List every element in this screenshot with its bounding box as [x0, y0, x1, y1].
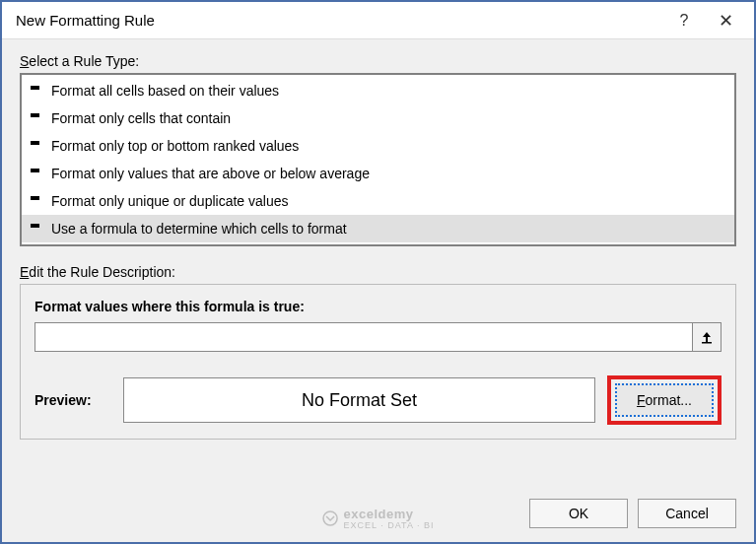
rule-type-icon — [30, 222, 43, 236]
svg-marker-4 — [31, 196, 39, 200]
rule-type-item[interactable]: Format only unique or duplicate values — [22, 187, 734, 215]
preview-label: Preview: — [34, 392, 111, 408]
rule-type-icon — [30, 111, 43, 125]
rule-type-icon — [30, 84, 43, 98]
collapse-icon — [700, 330, 714, 344]
close-button[interactable]: ✕ — [705, 2, 746, 39]
select-rule-type-label: Select a Rule Type: — [20, 53, 736, 69]
svg-marker-1 — [31, 113, 39, 117]
edit-rule-description-label: Edit the Rule Description: — [20, 264, 736, 280]
svg-point-7 — [323, 511, 337, 525]
svg-marker-0 — [31, 86, 39, 90]
preview-row: Preview: No Format Set Format... — [34, 375, 722, 425]
cancel-button[interactable]: Cancel — [638, 499, 736, 528]
rule-description-panel: Format values where this formula is true… — [20, 284, 736, 440]
watermark-name: exceldemy — [344, 507, 414, 521]
format-button[interactable]: Format... — [615, 383, 714, 417]
rule-type-text: Use a formula to determine which cells t… — [51, 218, 347, 239]
svg-rect-6 — [702, 342, 712, 344]
rule-type-item[interactable]: Format all cells based on their values — [22, 77, 734, 104]
svg-marker-3 — [31, 169, 39, 172]
format-button-highlight: Format... — [607, 375, 722, 425]
dialog-title: New Formatting Rule — [16, 12, 663, 29]
formula-input[interactable] — [34, 322, 692, 352]
ok-button[interactable]: OK — [529, 499, 628, 528]
svg-marker-2 — [31, 141, 39, 145]
rule-type-item[interactable]: Use a formula to determine which cells t… — [22, 215, 734, 242]
rule-type-item[interactable]: Format only top or bottom ranked values — [22, 132, 734, 160]
rule-type-text: Format only cells that contain — [51, 107, 231, 129]
formula-label: Format values where this formula is true… — [34, 299, 722, 314]
collapse-dialog-button[interactable] — [692, 322, 722, 352]
rule-type-text: Format only top or bottom ranked values — [51, 135, 299, 157]
rule-type-list[interactable]: Format all cells based on their values F… — [20, 73, 736, 246]
preview-box: No Format Set — [123, 377, 595, 423]
help-button[interactable]: ? — [663, 2, 705, 39]
dialog-body: Select a Rule Type: Format all cells bas… — [2, 39, 754, 489]
rule-type-icon — [30, 139, 43, 153]
watermark-sub: EXCEL · DATA · BI — [344, 521, 435, 530]
new-formatting-rule-dialog: New Formatting Rule ? ✕ Select a Rule Ty… — [0, 0, 756, 544]
rule-type-text: Format only values that are above or bel… — [51, 163, 370, 184]
watermark-icon — [322, 510, 338, 526]
formula-row — [34, 322, 722, 352]
titlebar: New Formatting Rule ? ✕ — [2, 2, 754, 39]
svg-marker-5 — [31, 224, 39, 228]
rule-type-text: Format all cells based on their values — [51, 80, 279, 102]
rule-type-icon — [30, 194, 43, 208]
dialog-footer: exceldemy EXCEL · DATA · BI OK Cancel — [2, 489, 754, 542]
rule-type-item[interactable]: Format only cells that contain — [22, 104, 734, 132]
watermark: exceldemy EXCEL · DATA · BI — [322, 507, 435, 530]
rule-type-item[interactable]: Format only values that are above or bel… — [22, 160, 734, 187]
rule-type-icon — [30, 167, 43, 180]
rule-type-text: Format only unique or duplicate values — [51, 190, 288, 212]
